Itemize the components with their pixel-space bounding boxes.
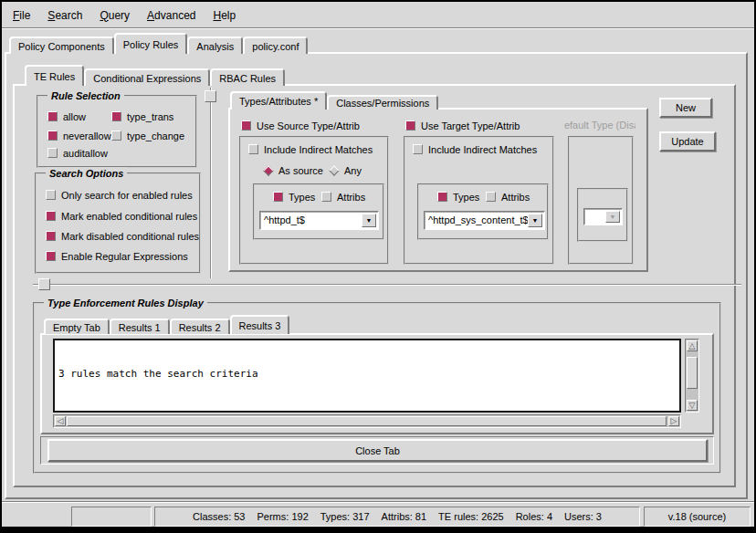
tab-conditional-expressions[interactable]: Conditional Expressions	[84, 68, 210, 86]
tab-policy-rules[interactable]: Policy Rules	[114, 33, 188, 54]
tab-types-attributes[interactable]: Types/Attributes *	[230, 91, 327, 110]
checkbox-allow[interactable]	[47, 111, 58, 121]
results-hscrollbar[interactable]: ◁ ▷	[53, 414, 681, 428]
target-type-combobox-value: ^httpd_sys_content_t$	[428, 214, 529, 225]
tab-te-rules[interactable]: TE Rules	[25, 65, 84, 86]
update-button[interactable]: Update	[659, 131, 716, 152]
checkbox-type-trans-label: type_trans	[127, 111, 173, 122]
results-tabbar: Empty Tab Results 1 Results 2 Results 3	[44, 315, 289, 334]
checkbox-only-enabled-rules[interactable]	[46, 190, 56, 200]
hscroll-thumb[interactable]	[67, 416, 667, 426]
status-version: v.18 (source)	[644, 507, 751, 527]
rule-selection-title: Rule Selection	[47, 89, 124, 102]
checkbox-target-indirect[interactable]	[413, 144, 423, 154]
default-combo-dropdown-icon: ▼	[605, 211, 620, 223]
tab-classes-permissions[interactable]: Classes/Permissions	[327, 95, 438, 110]
checkbox-target-attribs-label: Attribs	[501, 192, 530, 203]
checkbox-source-attribs[interactable]	[321, 192, 331, 202]
window-border-bottom	[0, 527, 756, 533]
checkbox-row-enabled-rules: Only search for enabled rules	[46, 189, 193, 201]
tab-label: Results 3	[239, 320, 281, 331]
tab-results-2[interactable]: Results 2	[170, 319, 230, 334]
results-text[interactable]: 3 rules match the search criteria (5822)…	[53, 339, 681, 413]
scroll-up-icon[interactable]: △	[687, 340, 698, 351]
close-tab-button[interactable]: Close Tab	[47, 439, 708, 462]
checkbox-row-use-source: Use Source Type/Attrib	[241, 120, 360, 131]
checkbox-use-source[interactable]	[241, 120, 251, 131]
default-type-label: Default Type (Disabled)	[564, 120, 635, 132]
search-options-title: Search Options	[46, 167, 127, 180]
tab-analysis[interactable]: Analysis	[187, 37, 243, 54]
menu-advanced[interactable]: Advanced	[147, 9, 195, 22]
source-combo-dropdown-icon[interactable]: ▼	[362, 214, 376, 227]
source-type-combobox-value: ^httpd_t$	[264, 214, 305, 225]
window-border-left	[0, 0, 2, 533]
target-type-combobox[interactable]: ^httpd_sys_content_t$ ▼	[424, 211, 545, 230]
checkbox-mark-enabled-label: Mark enabled conditional rules	[61, 211, 197, 222]
checkbox-source-indirect[interactable]	[248, 144, 258, 154]
app-window: File Search Query Advanced Help Policy C…	[0, 0, 756, 533]
menu-separator	[2, 27, 754, 29]
scroll-right-icon[interactable]: ▷	[668, 416, 679, 426]
checkbox-use-source-label: Use Source Type/Attrib	[257, 120, 360, 131]
checkbox-row-allow: allow	[47, 110, 86, 122]
checkbox-row-regex: Enable Regular Expressions	[46, 250, 188, 262]
checkbox-use-target-label: Use Target Type/Attrib	[421, 120, 520, 131]
vertical-sash[interactable]	[210, 88, 212, 278]
window-border-top	[0, 0, 756, 2]
checkbox-mark-enabled[interactable]	[46, 211, 56, 221]
checkbox-enable-regex[interactable]	[46, 251, 56, 261]
scroll-down-icon[interactable]: ▽	[687, 400, 698, 411]
horizontal-sash[interactable]	[33, 284, 741, 286]
version-text: v.18 (source)	[668, 511, 726, 522]
statusbar-separator	[2, 501, 754, 503]
status-stat: Users: 3	[564, 511, 602, 522]
tab-results-1[interactable]: Results 1	[110, 319, 170, 334]
checkbox-auditallow[interactable]	[47, 148, 58, 158]
menu-search[interactable]: Search	[47, 9, 82, 22]
status-stat: Attribs: 81	[382, 511, 427, 522]
blank-line	[58, 406, 676, 413]
checkbox-mark-disabled[interactable]	[46, 231, 56, 241]
menu-file[interactable]: File	[13, 9, 30, 22]
checkbox-source-attribs-label: Attribs	[337, 192, 365, 203]
results-display-title: Type Enforcement Rules Display	[44, 297, 207, 309]
horizontal-sash-handle[interactable]	[38, 278, 50, 290]
tab-results-3[interactable]: Results 3	[230, 315, 290, 334]
tab-rbac-rules[interactable]: RBAC Rules	[210, 68, 285, 86]
checkbox-type-change[interactable]	[111, 131, 121, 141]
tab-label: Results 1	[119, 322, 161, 333]
default-type-combobox: ▼	[583, 208, 623, 225]
radio-row-any: Any	[329, 164, 362, 176]
tab-label: Classes/Permissions	[336, 98, 429, 109]
tab-policy-conf[interactable]: policy.conf	[243, 37, 308, 54]
checkbox-target-attribs[interactable]	[486, 192, 496, 202]
new-button[interactable]: New	[659, 98, 712, 118]
tab-label: Analysis	[196, 41, 234, 52]
checkbox-neverallow[interactable]	[47, 131, 58, 141]
checkbox-only-enabled-rules-label: Only search for enabled rules	[61, 190, 193, 201]
scroll-left-icon[interactable]: ◁	[55, 416, 66, 426]
checkbox-row-use-target: Use Target Type/Attrib	[405, 120, 520, 131]
checkbox-type-trans[interactable]	[111, 111, 121, 121]
checkbox-row-target-types: Types	[437, 191, 479, 203]
checkbox-row-auditallow: auditallow	[47, 147, 108, 159]
source-type-combobox[interactable]: ^httpd_t$ ▼	[259, 211, 379, 230]
target-combo-dropdown-icon[interactable]: ▼	[528, 214, 542, 227]
tab-label: Empty Tab	[53, 322, 100, 333]
rules-tabbar: TE Rules Conditional Expressions RBAC Ru…	[25, 65, 285, 86]
checkbox-use-target[interactable]	[405, 120, 415, 131]
vertical-sash-handle[interactable]	[205, 90, 216, 102]
vscroll-thumb[interactable]	[687, 357, 698, 389]
results-vscrollbar[interactable]: △ ▽	[685, 339, 699, 413]
checkbox-source-types[interactable]	[273, 192, 283, 202]
menu-help[interactable]: Help	[213, 9, 236, 22]
checkbox-target-types[interactable]	[437, 192, 447, 202]
radio-any[interactable]	[329, 165, 339, 175]
tab-policy-components[interactable]: Policy Components	[9, 37, 114, 54]
menu-query[interactable]: Query	[100, 9, 130, 22]
tab-label: Policy Components	[18, 41, 105, 52]
default-type-label-text: Default Type (Disabled)	[564, 120, 635, 131]
radio-as-source[interactable]	[263, 165, 273, 175]
tab-empty-tab[interactable]: Empty Tab	[44, 319, 110, 334]
